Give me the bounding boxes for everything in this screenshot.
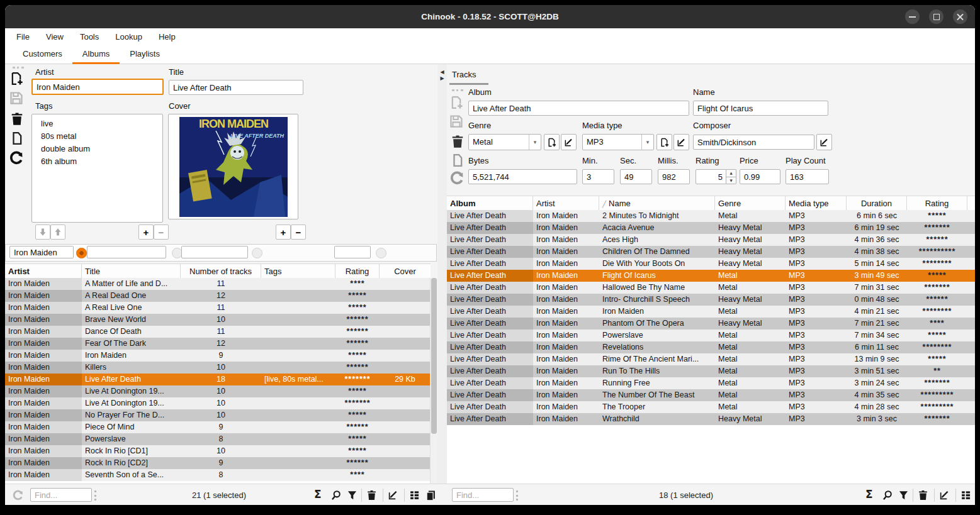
delete-icon[interactable] [10, 112, 24, 126]
artist-field[interactable] [31, 79, 164, 95]
track-row[interactable]: Live After DeathIron MaidenRun To The Hi… [447, 365, 975, 377]
refresh-icon[interactable] [9, 151, 23, 165]
album-field[interactable] [468, 101, 689, 116]
column-header-tracks[interactable]: Number of tracks [181, 264, 261, 279]
millis-field[interactable] [658, 169, 690, 184]
save-icon[interactable] [449, 114, 463, 128]
min-field[interactable] [582, 169, 614, 184]
save-icon[interactable] [9, 91, 23, 105]
album-row[interactable]: Iron MaidenIron Maiden9***** [5, 350, 431, 362]
albums-scrollbar-thumb[interactable] [431, 278, 437, 434]
add-media-type-button[interactable] [656, 134, 672, 150]
remove-tag-button[interactable]: − [154, 224, 169, 240]
collapse-left-icon[interactable]: ◀ [437, 69, 447, 75]
edit-genre-button[interactable] [561, 134, 577, 150]
spin-up-icon[interactable]: ▲ [726, 169, 736, 177]
artist-filter-radio[interactable] [76, 248, 87, 258]
track-row[interactable]: Live After DeathIron MaidenPowerslaveMet… [447, 329, 975, 341]
column-header-rating[interactable]: Rating [335, 264, 380, 279]
aggregate-icon[interactable]: Σ [314, 489, 325, 500]
column-header-name[interactable]: ╱Name [599, 196, 715, 211]
column-header-rating[interactable]: Rating [907, 196, 967, 211]
column-settings-icon[interactable] [960, 490, 971, 501]
track-row[interactable]: Live After DeathIron MaidenAcacia Avenue… [447, 222, 975, 234]
menu-tools[interactable]: Tools [80, 32, 99, 42]
albums-find-input[interactable] [30, 488, 92, 502]
track-row[interactable]: Live After DeathIron MaidenChildren Of T… [447, 246, 975, 258]
album-row[interactable]: Iron MaidenLive After Death18[live, 80s … [5, 374, 431, 385]
album-row[interactable]: Iron MaidenPowerslave8***** [5, 433, 431, 445]
track-row[interactable]: Live After DeathIron MaidenRime Of The A… [447, 353, 975, 365]
column-header-title[interactable]: Title [82, 264, 181, 279]
track-row[interactable]: Live After DeathIron MaidenRunning FreeM… [447, 377, 975, 389]
track-row[interactable]: Live After DeathIron Maiden2 Minutes To … [447, 210, 975, 222]
refresh-icon[interactable] [450, 171, 464, 185]
album-row[interactable]: Iron MaidenSeventh Son of a Se...8**** [5, 469, 431, 481]
column-header-genre[interactable]: Genre [715, 196, 786, 211]
album-row[interactable]: Iron MaidenDance Of Death11****** [5, 326, 431, 338]
media-type-select[interactable]: MP3 ▾ [582, 134, 654, 150]
album-row[interactable]: Iron MaidenPiece Of Mind9****** [5, 421, 431, 433]
genre-select[interactable]: Metal ▾ [468, 134, 541, 150]
track-row[interactable]: Live After DeathIron MaidenIron MaidenMe… [447, 306, 975, 318]
delete-rows-icon[interactable] [918, 490, 928, 501]
title-filter-input[interactable] [87, 246, 166, 258]
add-cover-button[interactable]: + [276, 224, 291, 240]
track-row[interactable]: Live After DeathIron MaidenPhantom Of Th… [447, 318, 975, 329]
title-field[interactable] [169, 80, 303, 95]
album-row[interactable]: Iron MaidenA Matter of Life and D...11**… [5, 278, 431, 290]
collapse-right-icon[interactable]: ▶ [437, 75, 447, 82]
tab-playlists[interactable]: Playlists [120, 45, 170, 64]
panel-splitter[interactable]: ◀ ▶ [437, 64, 447, 484]
sec-field[interactable] [620, 169, 652, 184]
track-row[interactable]: Live After DeathIron MaidenIntro- Church… [447, 294, 975, 306]
menu-file[interactable]: File [16, 32, 30, 42]
delete-rows-icon[interactable] [366, 490, 377, 501]
menu-help[interactable]: Help [159, 32, 176, 42]
remove-cover-button[interactable]: − [291, 224, 306, 240]
tag-item[interactable]: live [32, 118, 162, 130]
move-up-button[interactable] [50, 224, 65, 240]
duplicate-icon[interactable] [451, 153, 465, 167]
aggregate-icon[interactable]: Σ [865, 489, 876, 500]
album-row[interactable]: Iron MaidenBrave New World10****** [5, 314, 431, 326]
album-row[interactable]: Iron MaidenKillers10****** [5, 362, 431, 374]
menu-view[interactable]: View [46, 32, 64, 42]
track-row[interactable]: Live After DeathIron MaidenWrathchildHea… [447, 413, 975, 425]
drag-handle[interactable] [516, 490, 520, 501]
bytes-field[interactable] [468, 169, 577, 184]
copy-pages-icon[interactable] [425, 490, 436, 501]
duplicate-icon[interactable] [10, 131, 24, 145]
filter-icon[interactable] [347, 490, 358, 501]
close-button[interactable] [953, 9, 967, 24]
add-record-icon[interactable] [9, 72, 23, 86]
move-down-button[interactable] [35, 224, 50, 240]
spin-down-icon[interactable]: ▼ [726, 177, 736, 185]
column-settings-icon[interactable] [409, 490, 420, 501]
drag-handle[interactable] [94, 490, 98, 501]
track-row[interactable]: Live After DeathIron MaidenAces HighHeav… [447, 234, 975, 246]
add-record-icon[interactable] [449, 96, 463, 109]
rating-filter-radio[interactable] [376, 248, 386, 258]
tag-item[interactable]: 80s metal [32, 130, 162, 143]
album-row[interactable]: Iron MaidenLive At Donington 19...10****… [5, 385, 431, 397]
column-header-tags[interactable]: Tags [261, 264, 335, 279]
column-header-artist[interactable]: Artist [5, 264, 82, 279]
composer-field[interactable] [693, 135, 814, 150]
filter-icon[interactable] [898, 490, 909, 501]
minimize-button[interactable] [905, 9, 920, 24]
track-row[interactable]: Live After DeathIron MaidenFlight Of Ica… [447, 270, 975, 282]
track-row[interactable]: Live After DeathIron MaidenDie With Your… [447, 258, 975, 270]
edit-media-type-button[interactable] [673, 134, 689, 150]
edit-icon[interactable] [939, 490, 950, 501]
tags-list[interactable]: live80s metaldouble album6th album [31, 114, 163, 223]
add-tag-button[interactable]: + [138, 224, 154, 240]
toolbar-drag-handle[interactable] [452, 89, 463, 93]
tag-item[interactable]: 6th album [32, 155, 162, 168]
tab-customers[interactable]: Customers [13, 45, 72, 64]
track-row[interactable]: Live After DeathIron MaidenHallowed Be T… [447, 282, 975, 294]
album-row[interactable]: Iron MaidenLive At Donington 19...10****… [5, 397, 431, 409]
search-icon[interactable] [882, 490, 893, 501]
artist-filter-input[interactable] [9, 246, 74, 258]
menu-lookup[interactable]: Lookup [115, 32, 142, 42]
